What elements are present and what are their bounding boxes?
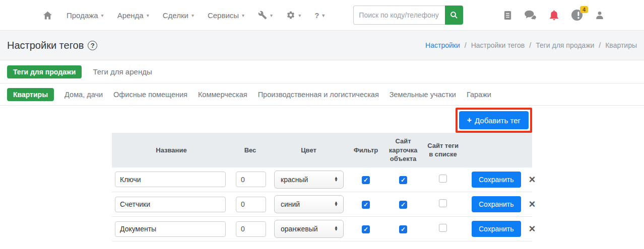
site-card-checkbox[interactable]: ✓ [399, 201, 407, 209]
alerts-icon[interactable]: 4 [571, 9, 583, 21]
nav-menu-item[interactable]: Аренда▾ [117, 11, 149, 20]
nav-menu-item[interactable]: Сделки▾ [163, 11, 194, 20]
tags-content: + Добавить тег НазваниеВесЦветФильтрСайт… [112, 108, 532, 241]
tag-name-input[interactable] [115, 221, 226, 237]
save-button[interactable]: Сохранить [472, 221, 521, 237]
tag-weight-input[interactable] [236, 221, 266, 237]
filter-cell: ✓ [348, 192, 384, 217]
actions-cell: Сохранить× [464, 168, 532, 192]
title-help-icon[interactable]: ? [88, 41, 97, 50]
top-navbar: Продажа▾Аренда▾Сделки▾Сервисы▾ ▾ ▾ ? ▾ [0, 0, 644, 31]
nav-menu-item-label: Аренда [117, 11, 144, 20]
tag-color-select[interactable]: оранжевый▲▼ [274, 220, 344, 238]
plus-icon: + [467, 116, 472, 125]
tag-color-cell: оранжевый▲▼ [270, 217, 348, 241]
messages-icon[interactable] [524, 10, 537, 21]
notifications-bell-icon[interactable] [549, 10, 559, 21]
delete-icon[interactable]: × [529, 199, 536, 210]
add-tag-row: + Добавить тег [112, 108, 532, 133]
table-row: красный▲▼✓✓Сохранить× [112, 168, 532, 192]
user-profile-icon[interactable] [595, 10, 605, 21]
nav-menu-wrench[interactable]: ▾ [258, 11, 273, 20]
breadcrumb-item: Настройки тегов [471, 41, 525, 49]
tag-color-value: красный [281, 176, 308, 184]
filter-cell: ✓ [348, 168, 384, 192]
tag-color-cell: красный▲▼ [270, 168, 348, 192]
add-tag-button[interactable]: + Добавить тег [459, 111, 529, 129]
tab-category[interactable]: Производственная и логистическая [258, 91, 379, 99]
filter-checkbox[interactable]: ✓ [362, 225, 370, 233]
tag-color-select[interactable]: красный▲▼ [274, 171, 344, 189]
chevron-down-icon: ▾ [298, 13, 301, 18]
site-card-cell: ✓ [384, 168, 422, 192]
select-updown-icon: ▲▼ [334, 177, 338, 182]
filter-checkbox[interactable]: ✓ [362, 176, 370, 184]
site-list-tags-cell [422, 192, 464, 217]
tab-category-active[interactable]: Квартиры [7, 88, 54, 101]
page-title-text: Настройки тегов [7, 40, 84, 51]
tag-type-tabs: Теги для продажиТеги для аренды [0, 60, 644, 84]
tab-category[interactable]: Земельные участки [390, 91, 456, 99]
site-list-tags-checkbox[interactable] [439, 224, 447, 232]
tag-name-input[interactable] [115, 197, 226, 212]
nav-menu-item[interactable]: Сервисы▾ [208, 11, 244, 20]
nav-menu-settings[interactable]: ▾ [286, 11, 301, 20]
chevron-down-icon: ▾ [191, 13, 194, 18]
site-list-tags-checkbox[interactable] [439, 199, 447, 207]
nav-menu-item[interactable]: Продажа▾ [67, 11, 104, 20]
breadcrumb-separator: / [599, 41, 601, 49]
site-card-checkbox[interactable]: ✓ [399, 225, 407, 233]
site-card-checkbox[interactable]: ✓ [399, 176, 407, 184]
nav-menu-item-label: Сервисы [208, 11, 239, 20]
breadcrumb-separator: / [465, 41, 467, 49]
actions-cell: Сохранить× [464, 217, 532, 241]
site-list-tags-cell [422, 217, 464, 241]
site-list-tags-checkbox[interactable] [439, 175, 447, 183]
page-header: Настройки тегов ? Настройки/Настройки те… [0, 31, 644, 60]
nav-menu-item-label: Сделки [163, 11, 188, 20]
save-button[interactable]: Сохранить [472, 172, 521, 188]
tab-category[interactable]: Гаражи [467, 91, 491, 99]
tag-weight-cell [231, 168, 270, 192]
filter-cell: ✓ [348, 217, 384, 241]
chevron-down-icon: ▾ [147, 13, 149, 18]
nav-menu-help[interactable]: ? ▾ [314, 11, 325, 20]
tag-weight-input[interactable] [236, 172, 266, 187]
tag-color-value: оранжевый [281, 225, 318, 233]
tag-weight-input[interactable] [236, 197, 266, 212]
breadcrumb-item: Теги для продажи [536, 41, 594, 49]
tab-category[interactable]: Офисные помещения [113, 91, 187, 99]
table-column-header: Сайт карточка объекта [384, 133, 422, 168]
search-input[interactable] [353, 6, 445, 25]
gear-icon [286, 11, 295, 20]
breadcrumb-item: Квартиры [605, 41, 637, 49]
table-column-header: Название [112, 133, 231, 168]
save-button[interactable]: Сохранить [472, 196, 521, 212]
search-button[interactable] [445, 6, 463, 25]
breadcrumb: Настройки/Настройки тегов/Теги для прода… [425, 41, 637, 49]
tag-weight-cell [231, 217, 270, 241]
table-row: синий▲▼✓✓Сохранить× [112, 192, 532, 217]
table-column-header: Сайт теги в списке [422, 133, 464, 168]
chevron-down-icon: ▾ [270, 13, 273, 18]
actions-wrap: Сохранить× [467, 196, 529, 212]
tag-name-input[interactable] [115, 172, 226, 187]
select-updown-icon: ▲▼ [334, 202, 338, 207]
tab-tag-type-active[interactable]: Теги для продажи [7, 65, 82, 78]
tab-category[interactable]: Дома, дачи [65, 91, 103, 99]
tab-category[interactable]: Коммерческая [198, 91, 247, 99]
nav-menu-item-label: Продажа [67, 11, 98, 20]
delete-icon[interactable]: × [529, 223, 536, 234]
tags-table: НазваниеВесЦветФильтрСайт карточка объек… [112, 133, 532, 241]
arrow-down-icon: ▼ [334, 229, 338, 231]
journal-icon[interactable] [503, 10, 512, 21]
delete-icon[interactable]: × [529, 174, 536, 185]
tab-tag-type[interactable]: Теги для аренды [93, 67, 152, 76]
table-column-header [464, 133, 532, 168]
filter-checkbox[interactable]: ✓ [362, 201, 370, 209]
home-icon[interactable] [42, 10, 53, 21]
settings-card: Теги для продажиТеги для аренды Квартиры… [0, 60, 644, 249]
tag-color-select[interactable]: синий▲▼ [274, 195, 344, 213]
breadcrumb-link[interactable]: Настройки [425, 41, 460, 49]
help-icon: ? [314, 11, 319, 20]
